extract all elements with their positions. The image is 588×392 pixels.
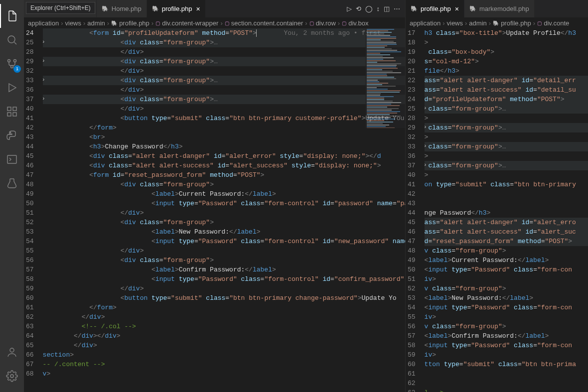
explorer-icon[interactable]	[0, 4, 24, 28]
svg-rect-5	[13, 107, 16, 111]
editor-group-left: 🐘Admin_model.php 🐘Home.php 🐘profile.php×…	[24, 0, 406, 392]
tabs-bar-right: 🐘profile.php× 🐘markemodell.php	[406, 0, 588, 17]
terminal-panel-icon[interactable]	[0, 147, 24, 171]
breadcrumb-right[interactable]: application›views›admin›🐘profile.php›▢di…	[406, 17, 588, 28]
svg-rect-9	[7, 155, 16, 163]
svg-point-11	[10, 375, 13, 378]
close-icon[interactable]: ×	[196, 5, 200, 13]
test-explorer-icon[interactable]	[0, 171, 24, 195]
scm-badge: 1	[13, 65, 21, 73]
split-editor-icon[interactable]: ◫	[384, 5, 390, 12]
tab-label: markemodell.php	[479, 5, 529, 12]
svg-point-2	[14, 60, 16, 62]
extensions-icon[interactable]	[0, 100, 24, 124]
tab-home[interactable]: 🐘Home.php	[97, 0, 147, 17]
php-file-icon: 🐘	[411, 5, 418, 12]
settings-gear-icon[interactable]	[0, 364, 24, 388]
tab-profile-right[interactable]: 🐘profile.php×	[406, 0, 464, 17]
more-icon[interactable]: ⋯	[394, 5, 400, 12]
tab-label: profile.php	[421, 5, 451, 12]
svg-point-0	[8, 36, 15, 43]
circle-icon[interactable]: ◯	[365, 5, 373, 12]
tab-label: Home.php	[112, 5, 142, 12]
php-file-icon: 🐘	[102, 5, 109, 12]
php-file-icon: 🐘	[152, 5, 159, 12]
svg-point-10	[10, 348, 14, 352]
svg-point-8	[10, 132, 11, 133]
tab-label: profile.php	[162, 5, 192, 12]
minimap[interactable]	[365, 28, 405, 128]
debug-restart-icon[interactable]: ⟲	[356, 5, 361, 12]
search-icon[interactable]	[0, 28, 24, 52]
accounts-icon[interactable]	[0, 340, 24, 364]
svg-point-1	[8, 60, 10, 62]
editor-group-right: 🐘profile.php× 🐘markemodell.php applicati…	[406, 0, 588, 392]
source-control-icon[interactable]: 1	[0, 52, 24, 76]
explorer-tooltip: Explorer (Ctrl+Shift+E)	[26, 2, 95, 14]
svg-rect-7	[13, 113, 16, 116]
code-area-right[interactable]: 1718192021222324›2528›2932›3336›37404142…	[406, 28, 588, 392]
tab-markemodell[interactable]: 🐘markemodell.php	[464, 0, 535, 17]
close-icon[interactable]: ×	[455, 5, 459, 13]
svg-rect-6	[7, 113, 11, 116]
python-icon[interactable]	[0, 124, 24, 147]
activity-bar: 1	[0, 0, 24, 392]
breadcrumb-left[interactable]: application›views›admin›🐘profile.php›▢di…	[24, 17, 405, 28]
svg-rect-4	[7, 107, 11, 111]
diff-icon[interactable]: ↕	[377, 5, 380, 12]
code-area-left[interactable]: 24›2528›2932›3336›3740414243444546474849…	[24, 28, 405, 392]
run-debug-icon[interactable]	[0, 76, 24, 100]
run-icon[interactable]: ▷	[347, 5, 352, 12]
tab-profile[interactable]: 🐘profile.php×	[147, 0, 206, 17]
svg-point-3	[11, 66, 13, 68]
php-file-icon: 🐘	[469, 5, 476, 12]
